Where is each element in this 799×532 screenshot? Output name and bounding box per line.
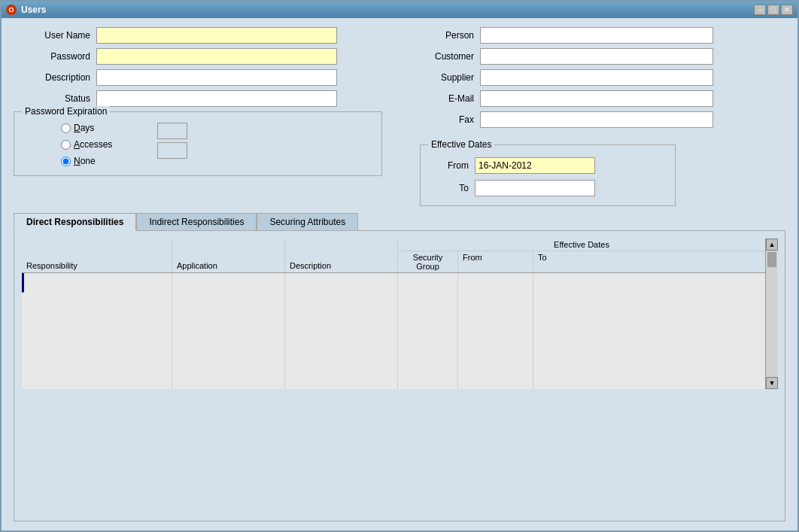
- td-to[interactable]: [533, 371, 765, 389]
- td-from[interactable]: [458, 332, 533, 351]
- status-label: Status: [14, 93, 96, 104]
- supplier-label: Supplier: [420, 72, 480, 83]
- table-row: [22, 293, 765, 312]
- td-responsibility[interactable]: [22, 332, 172, 351]
- person-label: Person: [420, 30, 480, 41]
- td-application[interactable]: [172, 312, 285, 332]
- email-input[interactable]: [480, 90, 713, 107]
- title-bar-left: O Users: [6, 5, 46, 15]
- table-row: [22, 332, 765, 351]
- td-from[interactable]: [458, 293, 533, 312]
- td-security-group[interactable]: [398, 293, 458, 312]
- to-input[interactable]: [475, 180, 595, 196]
- scroll-down-button[interactable]: ▼: [766, 377, 778, 389]
- td-to[interactable]: [533, 351, 765, 371]
- td-responsibility[interactable]: [22, 371, 172, 389]
- td-responsibility[interactable]: [24, 273, 172, 293]
- td-to[interactable]: [533, 273, 765, 293]
- td-from[interactable]: [458, 273, 533, 293]
- td-to[interactable]: [533, 332, 765, 351]
- fax-input[interactable]: [480, 111, 713, 128]
- accesses-radio[interactable]: [61, 140, 71, 150]
- td-description[interactable]: [285, 312, 398, 332]
- td-description[interactable]: [285, 351, 398, 371]
- close-button[interactable]: ✕: [781, 5, 793, 15]
- table-row: [22, 273, 765, 293]
- td-security-group[interactable]: [398, 312, 458, 332]
- scroll-thumb[interactable]: [767, 252, 776, 267]
- table-scrollbar[interactable]: ▲ ▼: [765, 239, 777, 389]
- td-description[interactable]: [285, 332, 398, 351]
- password-input[interactable]: [96, 48, 337, 65]
- title-bar: O Users – □ ✕: [2, 2, 797, 18]
- col-header-right-group: Effective Dates SecurityGroup From To: [398, 239, 765, 272]
- td-application[interactable]: [172, 332, 285, 351]
- td-from[interactable]: [458, 371, 533, 389]
- td-security-group[interactable]: [398, 371, 458, 389]
- tab-direct-responsibilities[interactable]: Direct Responsibilities: [14, 213, 136, 231]
- td-application[interactable]: [172, 371, 285, 389]
- supplier-row: Supplier: [420, 69, 785, 86]
- td-responsibility[interactable]: [22, 293, 172, 312]
- description-row: Description: [14, 69, 405, 86]
- td-from[interactable]: [458, 312, 533, 332]
- email-row: E-Mail: [420, 90, 785, 107]
- table-row: [22, 312, 765, 332]
- person-row: Person: [420, 27, 785, 44]
- col-header-description: Description: [285, 239, 398, 272]
- table-header: Responsibility Application Description: [22, 239, 765, 273]
- person-input[interactable]: [480, 27, 713, 44]
- accesses-label: Accesses: [74, 139, 112, 150]
- days-label: Days: [74, 123, 94, 133]
- status-input[interactable]: [96, 90, 337, 107]
- pe-radios: Days Accesses None: [61, 123, 112, 166]
- table-with-scroll: Responsibility Application Description: [22, 239, 777, 389]
- to-row: To: [430, 180, 666, 196]
- username-label: User Name: [14, 30, 96, 41]
- maximize-button[interactable]: □: [767, 5, 779, 15]
- main-window: O Users – □ ✕ User Name Password De: [0, 0, 799, 532]
- title-buttons: – □ ✕: [754, 5, 793, 15]
- username-input[interactable]: [96, 27, 337, 44]
- td-responsibility[interactable]: [22, 351, 172, 371]
- td-security-group[interactable]: [398, 332, 458, 351]
- days-radio[interactable]: [61, 123, 71, 133]
- td-description[interactable]: [285, 273, 398, 293]
- td-description[interactable]: [285, 293, 398, 312]
- pe-box-2: [157, 142, 187, 159]
- col-header-responsibility: Responsibility: [22, 239, 172, 272]
- tab-indirect-responsibilities[interactable]: Indirect Responsibilities: [136, 213, 257, 231]
- email-label: E-Mail: [420, 93, 480, 104]
- tab-securing-attributes[interactable]: Securing Attributes: [257, 213, 358, 231]
- td-application[interactable]: [172, 293, 285, 312]
- left-panel: User Name Password Description Status: [14, 27, 405, 206]
- none-radio-row: None: [61, 156, 112, 166]
- col-header-security-group: SecurityGroup: [398, 251, 458, 272]
- from-input[interactable]: [475, 157, 595, 174]
- accesses-radio-row: Accesses: [61, 139, 112, 150]
- from-label: From: [430, 160, 475, 171]
- td-application[interactable]: [172, 351, 285, 371]
- top-section: User Name Password Description Status: [14, 27, 785, 206]
- table-rows[interactable]: [22, 273, 765, 389]
- td-responsibility[interactable]: [22, 312, 172, 332]
- customer-input[interactable]: [480, 48, 713, 65]
- none-radio[interactable]: [61, 157, 71, 166]
- td-application[interactable]: [172, 273, 285, 293]
- supplier-input[interactable]: [480, 69, 713, 86]
- description-input[interactable]: [96, 69, 337, 86]
- td-description[interactable]: [285, 371, 398, 389]
- password-label: Password: [14, 51, 96, 62]
- td-to[interactable]: [533, 312, 765, 332]
- td-from[interactable]: [458, 351, 533, 371]
- tabs-bar: Direct Responsibilities Indirect Respons…: [14, 212, 785, 230]
- td-security-group[interactable]: [398, 273, 458, 293]
- td-to[interactable]: [533, 293, 765, 312]
- td-security-group[interactable]: [398, 351, 458, 371]
- scroll-up-button[interactable]: ▲: [766, 239, 778, 251]
- sub-headers: SecurityGroup From To: [398, 251, 765, 272]
- minimize-button[interactable]: –: [754, 5, 766, 15]
- table-row: [22, 351, 765, 371]
- scroll-track[interactable]: [766, 251, 777, 377]
- col-header-to: To: [533, 251, 765, 272]
